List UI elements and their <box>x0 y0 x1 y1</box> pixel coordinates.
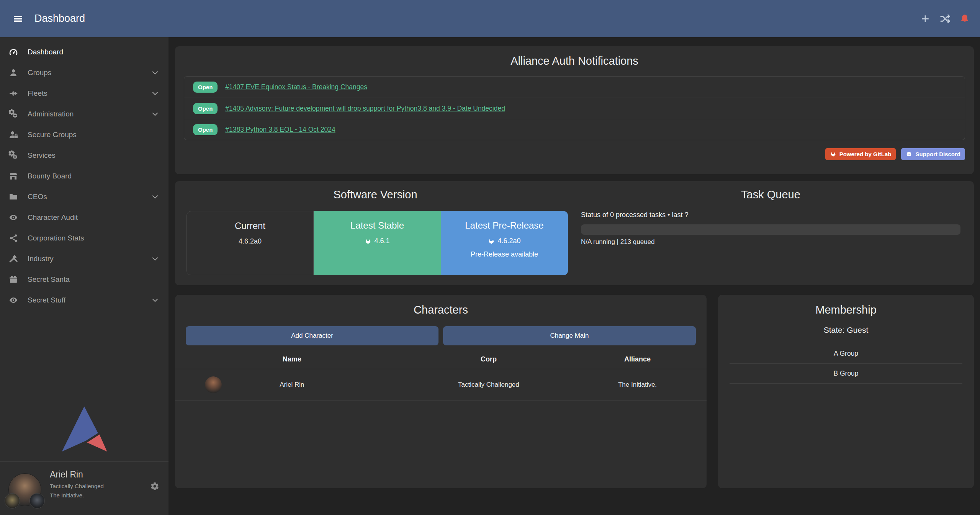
chevron-down-icon <box>150 193 160 201</box>
user-name: Ariel Rin <box>50 469 104 480</box>
characters-actions: Add Character Change Main <box>186 326 696 345</box>
chevron-down-icon <box>150 110 160 118</box>
characters-title: Characters <box>175 303 707 316</box>
character-portrait <box>205 376 222 393</box>
notifications-footer: Powered by GitLab Support Discord <box>184 148 965 160</box>
alliance-auth-logo <box>0 405 169 453</box>
membership-groups-list: A Group B Group <box>730 344 962 384</box>
cogs-icon <box>8 150 18 160</box>
user-icon <box>8 68 18 78</box>
notifications-panel: Alliance Auth Notifications Open #1407 E… <box>175 46 974 174</box>
sidebar: Dashboard Groups Fleets Administration S… <box>0 37 169 515</box>
sidebar-item-character-audit[interactable]: Character Audit <box>0 207 169 228</box>
sidebar-item-secret-stuff[interactable]: Secret Stuff <box>0 290 169 311</box>
sidebar-item-label: Fleets <box>28 89 47 98</box>
menu-icon[interactable] <box>11 14 25 24</box>
task-queue-progressbar <box>581 224 960 235</box>
gitlab-icon <box>365 238 371 245</box>
membership-panel: Membership State: Guest A Group B Group <box>718 295 974 488</box>
version-heading: Latest Pre-Release <box>441 220 568 231</box>
sidebar-item-label: CEOs <box>28 193 47 201</box>
characters-table-header: Name Corp Alliance <box>175 355 707 369</box>
settings-gear-icon[interactable] <box>150 482 159 491</box>
user-avatar <box>8 473 41 506</box>
notification-link[interactable]: #1405 Advisory: Future development will … <box>225 105 505 113</box>
gift-icon <box>8 275 18 284</box>
plus-icon[interactable] <box>919 13 931 25</box>
bell-icon[interactable] <box>959 13 970 24</box>
task-queue-caption: N/A running | 213 queued <box>581 238 960 246</box>
sidebar-item-label: Bounty Board <box>28 172 72 180</box>
sidebar-item-dashboard[interactable]: Dashboard <box>0 42 169 62</box>
user-panel: Ariel Rin Tactically Challenged The Init… <box>0 461 169 515</box>
sidebar-item-industry[interactable]: Industry <box>0 249 169 269</box>
task-queue-section: Task Queue Status of 0 processed tasks •… <box>576 188 974 285</box>
membership-title: Membership <box>718 303 974 316</box>
cogs-icon <box>8 109 18 119</box>
version-heading: Latest Stable <box>314 220 441 231</box>
gitlab-icon <box>830 151 836 157</box>
characters-panel: Characters Add Character Change Main Nam… <box>175 295 707 488</box>
page-title: Dashboard <box>34 13 85 25</box>
user-alliance: The Initiative. <box>50 492 104 499</box>
sidebar-item-secret-santa[interactable]: Secret Santa <box>0 269 169 290</box>
add-character-button[interactable]: Add Character <box>186 326 438 345</box>
gauge-icon <box>8 47 18 57</box>
change-main-button[interactable]: Change Main <box>443 326 696 345</box>
list-item: B Group <box>730 364 962 384</box>
column-header-alliance: Alliance <box>568 355 707 363</box>
sidebar-item-administration[interactable]: Administration <box>0 104 169 124</box>
character-alliance: The Initiative. <box>568 381 707 389</box>
navbar-actions <box>919 13 970 25</box>
alliance-logo-badge <box>29 493 45 508</box>
shuffle-icon[interactable] <box>939 13 951 25</box>
version-current: Current 4.6.2a0 <box>187 211 314 275</box>
sidebar-item-corporation-stats[interactable]: Corporation Stats <box>0 228 169 249</box>
user-lock-icon <box>8 130 18 140</box>
gitlab-badge[interactable]: Powered by GitLab <box>825 148 896 160</box>
bottom-row: Characters Add Character Change Main Nam… <box>175 295 974 488</box>
jet-icon <box>8 88 18 98</box>
notifications-list: Open #1407 EVE Equinox Status - Breaking… <box>184 76 965 140</box>
character-corp: Tactically Challenged <box>409 381 568 389</box>
sidebar-item-services[interactable]: Services <box>0 145 169 166</box>
sidebar-item-fleets[interactable]: Fleets <box>0 83 169 104</box>
membership-state: State: Guest <box>718 325 974 335</box>
discord-badge[interactable]: Support Discord <box>901 148 965 160</box>
sidebar-item-label: Secret Santa <box>28 275 70 284</box>
notification-link[interactable]: #1407 EVE Equinox Status - Breaking Chan… <box>225 83 367 91</box>
sidebar-item-bounty-board[interactable]: Bounty Board <box>0 166 169 186</box>
sidebar-item-ceos[interactable]: CEOs <box>0 186 169 207</box>
discord-icon <box>906 151 912 157</box>
sidebar-bottom: Ariel Rin Tactically Challenged The Init… <box>0 405 169 515</box>
status-badge: Open <box>193 124 218 135</box>
folder-icon <box>8 192 18 202</box>
version-columns: Current 4.6.2a0 Latest Stable 4.6.1 Late… <box>187 211 568 275</box>
version-latest-prerelease: Latest Pre-Release 4.6.2a0 Pre-Release a… <box>441 211 568 275</box>
sidebar-item-groups[interactable]: Groups <box>0 62 169 83</box>
sidebar-item-secure-groups[interactable]: Secure Groups <box>0 124 169 145</box>
software-version-section: Software Version Current 4.6.2a0 Latest … <box>175 188 576 285</box>
chevron-down-icon <box>150 255 160 263</box>
software-task-panel: Software Version Current 4.6.2a0 Latest … <box>175 181 974 285</box>
sidebar-item-label: Character Audit <box>28 213 78 222</box>
chevron-down-icon <box>150 89 160 98</box>
task-queue-status: Status of 0 processed tasks • last ? <box>581 211 960 219</box>
alliance-auth-logo-icon <box>61 405 108 453</box>
table-row: Ariel Rin Tactically Challenged The Init… <box>175 369 707 401</box>
sidebar-item-label: Dashboard <box>28 48 63 56</box>
top-navbar: Dashboard <box>0 0 980 37</box>
task-queue-title: Task Queue <box>581 188 960 201</box>
hammer-icon <box>8 254 18 264</box>
notification-link[interactable]: #1383 Python 3.8 EOL - 14 Oct 2024 <box>225 126 335 134</box>
column-header-corp: Corp <box>409 355 568 363</box>
chevron-down-icon <box>150 296 160 304</box>
version-value: 4.6.2a0 <box>497 237 520 245</box>
user-info: Ariel Rin Tactically Challenged The Init… <box>50 469 104 499</box>
version-latest-stable: Latest Stable 4.6.1 <box>314 211 441 275</box>
sidebar-item-label: Administration <box>28 110 74 118</box>
software-version-title: Software Version <box>175 188 576 201</box>
gitlab-badge-label: Powered by GitLab <box>839 151 892 157</box>
eye-icon <box>8 213 18 222</box>
list-item: Open #1405 Advisory: Future development … <box>184 98 965 119</box>
